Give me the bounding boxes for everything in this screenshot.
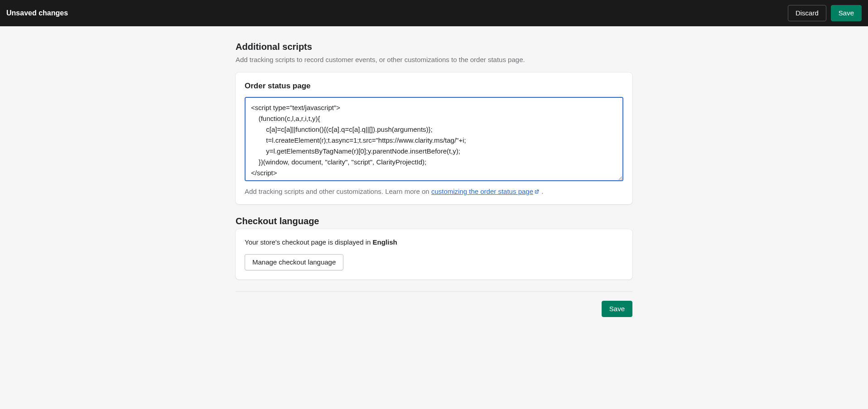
checkout-language-text: Your store's checkout page is displayed … [245,238,623,246]
manage-checkout-language-button[interactable]: Manage checkout language [245,254,343,270]
checkout-language-value: English [372,238,397,246]
order-status-scripts-textarea[interactable]: <script type="text/javascript"> (functio… [245,97,623,181]
section-divider [236,291,632,292]
discard-button[interactable]: Discard [788,5,826,21]
external-link-icon [534,189,540,194]
helper-suffix: . [540,188,543,195]
unsaved-changes-title: Unsaved changes [6,9,68,17]
order-status-helper-text: Add tracking scripts and other customiza… [245,188,623,195]
checkout-language-heading: Checkout language [236,216,632,226]
customize-order-status-link[interactable]: customizing the order status page [431,188,540,195]
save-button[interactable]: Save [831,5,862,21]
checkout-language-card: Your store's checkout page is displayed … [236,229,632,279]
checkout-language-prefix: Your store's checkout page is displayed … [245,238,372,246]
helper-link-text: customizing the order status page [431,188,533,195]
order-status-card-title: Order status page [245,82,623,91]
settings-container: Additional scripts Add tracking scripts … [236,26,632,335]
additional-scripts-heading: Additional scripts [236,42,632,52]
topbar-actions: Discard Save [788,5,862,21]
footer-actions: Save [236,301,632,317]
page-scroll-area[interactable]: Additional scripts Add tracking scripts … [0,26,868,409]
order-status-card: Order status page <script type="text/jav… [236,72,632,204]
helper-prefix: Add tracking scripts and other customiza… [245,188,431,195]
unsaved-changes-bar: Unsaved changes Discard Save [0,0,868,26]
additional-scripts-subtext: Add tracking scripts to record customer … [236,55,632,64]
footer-save-button[interactable]: Save [602,301,632,317]
